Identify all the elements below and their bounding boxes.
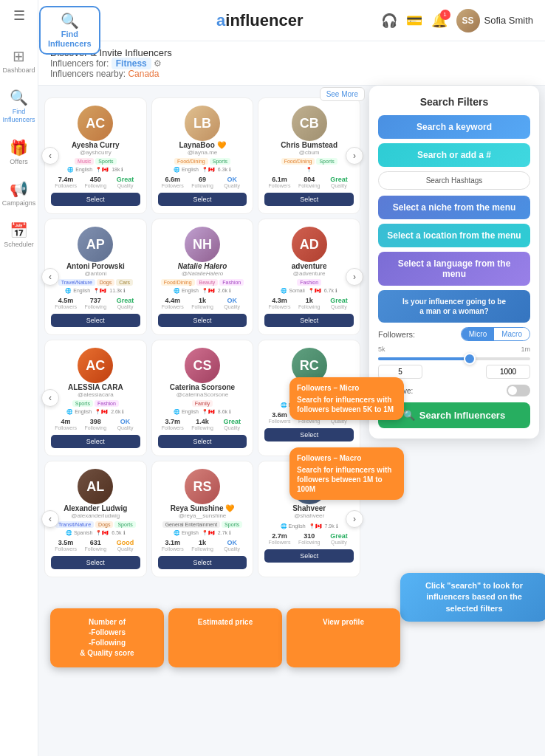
range-max-label: 1m: [521, 346, 530, 353]
select-btn-layna[interactable]: Select: [158, 193, 247, 206]
sidebar-item-campaigns[interactable]: 📢 Campaigns: [0, 174, 38, 213]
avatar-row2c3: AD: [292, 227, 327, 262]
nearby: Influencers nearby: Canada: [50, 69, 533, 79]
view-profile-callout[interactable]: View profile: [287, 608, 400, 667]
app-logo: ainfluencer: [216, 11, 303, 30]
click-search-tooltip: Click "search" to look for influencers b…: [400, 573, 545, 622]
range-fill: [378, 357, 470, 360]
select-btn-row3c3[interactable]: Select: [264, 428, 354, 441]
search-btn-icon: 🔍: [403, 410, 415, 421]
select-btn-ayesha[interactable]: Select: [51, 193, 140, 206]
macro-option[interactable]: Macro: [494, 328, 529, 340]
row3-prev-arrow[interactable]: ‹: [41, 389, 59, 407]
header: ainfluencer 🎧 💳 🔔 1 SS Sofia Smith: [38, 0, 545, 41]
price-label: Estimated price: [198, 618, 253, 626]
macro-tooltip-body: Search for influencers with followers be…: [297, 465, 397, 494]
select-btn-natalie[interactable]: Select: [158, 314, 247, 327]
click-search-body: Click "search" to look for influencers b…: [409, 580, 539, 614]
select-btn-reya[interactable]: Select: [158, 556, 247, 569]
discover-title: Discover & Invite Influencers: [50, 47, 533, 58]
select-btn-shahveer[interactable]: Select: [264, 549, 354, 563]
row4-prev-arrow[interactable]: ‹: [41, 510, 59, 528]
add-hash-filter-btn[interactable]: Search or add a #: [378, 143, 530, 167]
nearby-location[interactable]: Canada: [128, 69, 159, 79]
menu-icon[interactable]: ☰: [13, 7, 25, 24]
card-name-row2c3: adventure: [264, 262, 354, 270]
select-btn-alexander[interactable]: Select: [51, 556, 140, 569]
influencer-row-2: ‹ AP Antoni Porowski @antoni Travel/Natu…: [44, 219, 360, 335]
card-name-alexander: Alexander Ludwig: [51, 504, 140, 512]
auto-save-toggle[interactable]: [507, 385, 530, 396]
avatar-ayesha: AC: [78, 106, 113, 141]
select-btn-chris[interactable]: Select: [264, 193, 354, 206]
micro-tooltip: Followers – Micro Search for influencers…: [289, 377, 404, 420]
card-name-caterina: Caterina Scorsone: [158, 383, 247, 391]
micro-tooltip-title: Followers – Micro: [297, 383, 397, 393]
avatar-Antoni: AP: [78, 227, 113, 262]
tag-cars: Cars: [116, 279, 133, 286]
avatar-layna: LB: [185, 106, 220, 141]
avatar-chris: CB: [292, 106, 327, 141]
user-avatar: SS: [456, 9, 480, 32]
card-handle-shahveer: @shahveer: [264, 512, 354, 519]
influencer-card-Antoni: AP Antoni Porowski @antoni Travel/Nature…: [44, 219, 147, 335]
range-thumb-left[interactable]: [464, 353, 476, 365]
row4-next-arrow[interactable]: ›: [346, 510, 363, 528]
keyword-filter-btn[interactable]: Search a keyword: [378, 115, 530, 139]
notification-icon[interactable]: 🔔 1: [431, 13, 448, 29]
language-filter-btn[interactable]: Select a language from the menu: [378, 252, 530, 286]
user-avatar-area[interactable]: SS Sofia Smith: [456, 9, 533, 32]
select-btn-row2c3[interactable]: Select: [264, 314, 354, 327]
card-name-ayesha: Ayesha Curry: [51, 141, 140, 149]
search-hashtags-btn[interactable]: Search Hashtags: [378, 171, 530, 190]
avatar-reya: RS: [185, 469, 220, 504]
row1-next-arrow[interactable]: ›: [346, 147, 363, 165]
find-search-icon: 🔍: [61, 12, 79, 30]
influencer-card-ayesha: AC Ayesha Curry @ayshcurry Music Sports …: [44, 97, 147, 214]
avatar-alessia: AC: [78, 348, 113, 383]
card-handle-row2c3: @adventure: [264, 270, 354, 277]
find-influencers-button[interactable]: 🔍 FindInfluencers: [39, 6, 100, 55]
card-name-Antoni: Antoni Porowski: [51, 262, 140, 270]
tag-food: Food/Dining: [174, 158, 208, 165]
tag-sports: Sports: [95, 158, 116, 165]
sidebar-item-find[interactable]: 🔍 Find Influencers: [0, 83, 38, 130]
notif-badge: 1: [440, 10, 450, 20]
sidebar-item-offers[interactable]: 🎁 Offers: [0, 133, 38, 171]
range-high-input[interactable]: [486, 365, 530, 379]
influencer-card-caterina: CS Caterina Scorsone @caterinaScorsone F…: [151, 340, 254, 456]
fitness-badge[interactable]: Fitness: [112, 58, 151, 69]
headphones-icon[interactable]: 🎧: [381, 13, 397, 29]
micro-macro-toggle: Micro Macro: [461, 327, 530, 341]
followers-section: Followers: Micro Macro 5k 1m: [378, 327, 530, 379]
gear-icon[interactable]: ⚙: [154, 58, 162, 69]
select-btn-caterina[interactable]: Select: [158, 435, 247, 448]
view-profile-label: View profile: [323, 618, 364, 626]
select-btn-Antoni[interactable]: Select: [51, 314, 140, 327]
card-name-layna: LaynaBoo 🧡: [158, 141, 247, 149]
stats-label: Number of-Followers-Following& Quality s…: [80, 618, 134, 657]
gender-filter-btn[interactable]: Is your influencer going to bea man or a…: [378, 290, 530, 323]
row2-next-arrow[interactable]: ›: [346, 268, 363, 286]
influencer-section: See More ‹ AC Ayesha Curry @ayshcurry Mu…: [38, 86, 545, 602]
row2-prev-arrow[interactable]: ‹: [41, 268, 59, 286]
sidebar-item-scheduler[interactable]: 📅 Scheduler: [0, 216, 38, 254]
card-handle-alexander: @alexanderludwig: [51, 512, 140, 519]
tag-music: Music: [75, 158, 94, 165]
card-name-chris: Chris Bumstead: [264, 141, 354, 149]
row1-prev-arrow[interactable]: ‹: [41, 147, 59, 165]
location-filter-btn[interactable]: Select a location from the menu: [378, 224, 530, 247]
card-name-natalie: Natalie Halero: [158, 262, 247, 270]
see-more-button[interactable]: See More: [320, 87, 365, 101]
tag-food2: Food/Dining: [281, 158, 315, 165]
stats-callout: Number of-Followers-Following& Quality s…: [50, 608, 164, 667]
niche-filter-btn[interactable]: Select a niche from the menu: [378, 196, 530, 219]
sidebar-item-dashboard[interactable]: ⊞ Dashboard: [0, 41, 38, 80]
avatar-caterina: CS: [185, 348, 220, 383]
page-header: Discover & Invite Influencers Influencer…: [38, 41, 545, 86]
select-btn-alessia[interactable]: Select: [51, 435, 140, 448]
card-icon[interactable]: 💳: [406, 13, 422, 29]
micro-option[interactable]: Micro: [462, 328, 494, 340]
tag-sports3: Sports: [316, 158, 337, 165]
influencer-row-1: ‹ AC Ayesha Curry @ayshcurry Music Sport…: [44, 97, 360, 214]
